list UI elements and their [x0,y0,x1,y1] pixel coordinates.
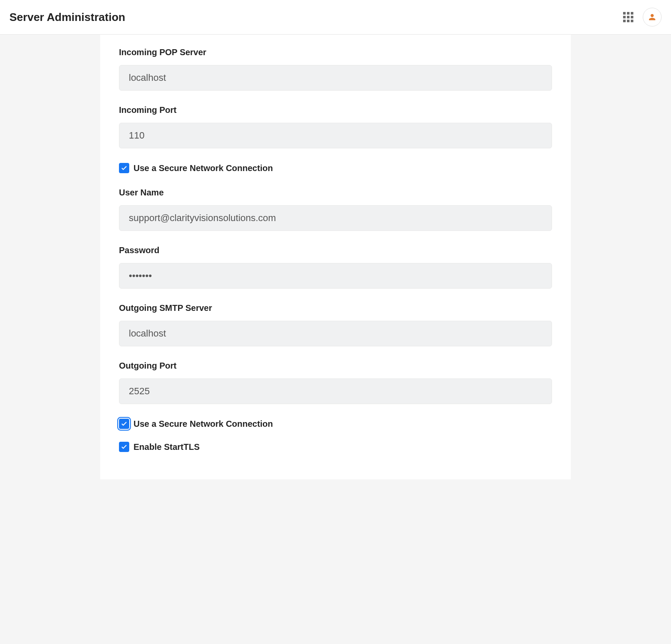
enable-starttls-checkbox[interactable] [119,442,129,452]
incoming-pop-server-group: Incoming POP Server [119,47,552,91]
incoming-port-input[interactable] [119,123,552,148]
password-label: Password [119,245,552,255]
outgoing-port-input[interactable] [119,378,552,404]
page-header: Server Administration [0,0,671,35]
password-group: Password [119,245,552,289]
incoming-secure-group: Use a Secure Network Connection [119,163,552,173]
incoming-pop-server-label: Incoming POP Server [119,47,552,57]
settings-card: Incoming POP Server Incoming Port Use a … [100,35,571,479]
outgoing-secure-group: Use a Secure Network Connection [119,419,552,429]
check-icon [121,443,128,450]
outgoing-secure-label[interactable]: Use a Secure Network Connection [134,419,273,429]
check-icon [121,420,128,427]
content-wrapper: Incoming POP Server Incoming Port Use a … [0,35,671,644]
user-avatar-button[interactable] [643,8,662,27]
incoming-port-label: Incoming Port [119,105,552,115]
apps-grid-icon[interactable] [623,12,633,22]
outgoing-smtp-server-label: Outgoing SMTP Server [119,303,552,313]
outgoing-secure-checkbox[interactable] [119,419,129,429]
header-actions [623,8,662,27]
incoming-secure-label[interactable]: Use a Secure Network Connection [134,163,273,173]
outgoing-port-group: Outgoing Port [119,361,552,404]
incoming-secure-checkbox[interactable] [119,163,129,173]
outgoing-smtp-server-input[interactable] [119,321,552,346]
page-title: Server Administration [9,11,125,24]
username-label: User Name [119,188,552,198]
check-icon [121,165,128,171]
enable-starttls-label[interactable]: Enable StartTLS [134,442,199,452]
password-input[interactable] [119,263,552,289]
username-input[interactable] [119,205,552,231]
outgoing-smtp-server-group: Outgoing SMTP Server [119,303,552,346]
incoming-pop-server-input[interactable] [119,65,552,91]
enable-starttls-group: Enable StartTLS [119,442,552,452]
user-icon [647,12,657,22]
username-group: User Name [119,188,552,231]
outgoing-port-label: Outgoing Port [119,361,552,371]
incoming-port-group: Incoming Port [119,105,552,148]
